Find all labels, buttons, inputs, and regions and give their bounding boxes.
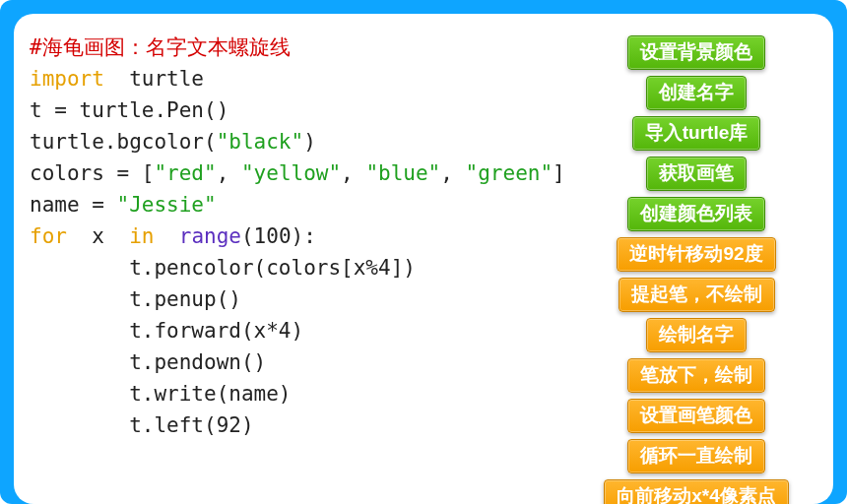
label-chip-7[interactable]: 绘制名字 [646,318,747,352]
code-line-colors: colors = ["red", "yellow", "blue", "gree… [30,158,569,189]
code-comment: #海龟画图：名字文本螺旋线 [30,32,569,63]
code-line-forward: t.forward(x*4) [30,315,569,346]
label-chip-1[interactable]: 创建名字 [646,76,747,110]
label-chip-4[interactable]: 创建颜色列表 [627,197,765,231]
label-chip-11[interactable]: 向前移动x*4像素点 [604,479,789,504]
label-chip-5[interactable]: 逆时针移动92度 [617,237,775,272]
txt: turtle.bgcolor( [30,130,217,154]
code-line-left: t.left(92) [30,410,569,441]
code-line-write: t.write(name) [30,378,569,410]
slide-frame: #海龟画图：名字文本螺旋线 import turtle t = turtle.P… [0,0,847,504]
txt: turtle [104,67,204,91]
txt: colors = [ [30,161,154,185]
code-line-pencolor: t.pencolor(colors[x%4]) [30,252,569,284]
kw-for: for [30,224,67,248]
code-line-pendown: t.pendown() [30,346,569,378]
txt: , [341,161,365,185]
code-block: #海龟画图：名字文本螺旋线 import turtle t = turtle.P… [30,32,569,504]
txt: , [217,161,241,185]
fn-range: range [166,224,241,248]
str-red: "red" [154,161,216,185]
str-black: "black" [217,130,304,154]
code-line-import: import turtle [30,63,569,94]
code-line-pen: t = turtle.Pen() [30,94,569,126]
label-chip-0[interactable]: 设置背景颜色 [627,35,765,70]
str-jessie: "Jessie" [117,193,217,217]
labels-column: 设置背景颜色创建名字导入turtle库获取画笔创建颜色列表逆时针移动92度提起笔… [569,32,823,504]
kw-in: in [117,224,167,248]
var-x: x [92,224,116,248]
code-line-penup: t.penup() [30,284,569,315]
slide-panel: #海龟画图：名字文本螺旋线 import turtle t = turtle.P… [14,14,833,504]
label-chip-6[interactable]: 提起笔，不绘制 [619,278,775,312]
sp [67,224,92,248]
label-chip-9[interactable]: 设置画笔颜色 [627,399,765,433]
label-chip-2[interactable]: 导入turtle库 [632,116,761,151]
txt: (100): [241,224,316,248]
txt: ] [553,161,565,185]
txt: , [440,161,465,185]
str-blue: "blue" [365,161,440,185]
txt: name = [30,193,117,217]
label-chip-8[interactable]: 笔放下，绘制 [627,358,765,393]
code-line-name: name = "Jessie" [30,189,569,220]
code-line-for: for x in range(100): [30,220,569,252]
txt: ) [303,130,316,154]
code-line-bgcolor: turtle.bgcolor("black") [30,126,569,158]
str-green: "green" [466,161,554,185]
str-yellow: "yellow" [241,161,341,185]
label-chip-10[interactable]: 循环一直绘制 [627,439,765,473]
label-chip-3[interactable]: 获取画笔 [646,157,747,191]
kw-import: import [30,67,104,91]
